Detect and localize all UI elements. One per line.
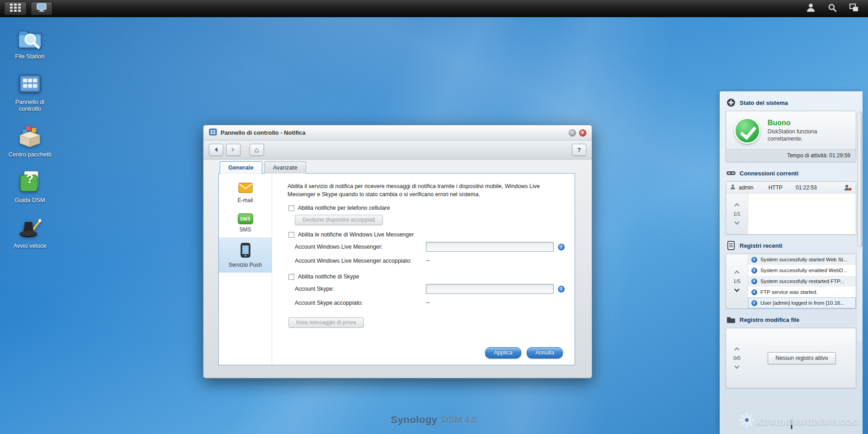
dsm-help-icon: ?	[17, 169, 42, 194]
page-indicator: 1/1	[733, 211, 741, 217]
wlm-notify-row: Abilita le notifiche di Windows Live Mes…	[288, 231, 565, 238]
control-panel-icon	[17, 71, 42, 96]
system-status-header: Stato del sistema	[726, 98, 855, 107]
wlm-account-input[interactable]	[426, 242, 554, 252]
desktop-icon-label: Avvio veloce	[14, 243, 47, 250]
sidebar-item-push-service[interactable]: Servizio Push	[219, 237, 272, 273]
home-button[interactable]: ⌂	[250, 144, 264, 156]
status-text: Buono	[768, 119, 835, 127]
tab-content: E-mail SMS SMS Servizio Push Abilita	[218, 173, 575, 365]
info-icon[interactable]: i	[558, 286, 565, 292]
wlm-notify-label: Abilita le notifiche di Windows Live Mes…	[298, 231, 414, 238]
log-text: System successfully enabled WebD...	[760, 268, 847, 273]
page-down-icon[interactable]	[734, 363, 739, 368]
widget-title: Registro modifica file	[740, 316, 799, 323]
forward-button[interactable]	[226, 144, 241, 156]
connections-box: admin HTTP 01:22:53 1/1	[726, 181, 856, 235]
page-down-icon[interactable]	[734, 219, 739, 224]
file-station-icon	[17, 25, 42, 51]
log-text: FTP service was started.	[760, 289, 817, 295]
sidebar-item-sms[interactable]: SMS SMS	[219, 208, 272, 237]
connection-row[interactable]: admin HTTP 01:22:53	[726, 182, 856, 193]
show-desktop-button[interactable]	[31, 2, 52, 15]
info-icon[interactable]: i	[558, 244, 565, 250]
send-test-message-button[interactable]: Invia messaggio di prova	[288, 317, 364, 328]
system-status-body: Buono DiskStation funziona correttamente…	[726, 111, 856, 149]
desktop-icon-control-panel[interactable]: Pannello di controllo	[6, 71, 53, 113]
smartphone-icon	[241, 243, 250, 259]
help-question-glyph: ?	[17, 172, 42, 186]
desktop-icon-file-station[interactable]: File Station	[6, 25, 53, 60]
skype-account-row: Account Skype: i	[295, 284, 565, 294]
desktop-icon-label: Guida DSM	[14, 197, 45, 204]
connection-user: admin	[739, 184, 754, 191]
recent-logs-header: Registri recenti	[726, 241, 855, 250]
minimize-button[interactable]: –	[569, 129, 576, 137]
search-button[interactable]	[826, 2, 839, 15]
page-up-icon[interactable]	[734, 347, 739, 352]
disconnect-user-icon[interactable]	[844, 184, 852, 191]
chain-link-icon	[726, 169, 736, 178]
mobile-notify-checkbox[interactable]	[288, 205, 294, 211]
skype-notify-label: Abilita notifiche di Skype	[298, 274, 359, 280]
home-icon: ⌂	[255, 146, 259, 155]
taskbar-right-tray	[804, 2, 868, 15]
connections-header: Connessioni correnti	[726, 169, 855, 178]
file-change-log-box: 0/0 Nessun registro attivo	[726, 328, 856, 388]
sidebar-item-label: E-mail	[237, 197, 253, 203]
dialog-buttons: Applica Annulla	[485, 347, 563, 359]
recent-logs-box: 1/5 i System successfully started Web St…	[726, 254, 856, 309]
log-row[interactable]: i System successfully restarted FTP...	[748, 276, 856, 287]
stacked-windows-icon	[849, 4, 859, 14]
apply-button[interactable]: Applica	[485, 347, 521, 359]
close-button[interactable]: ×	[579, 129, 586, 137]
log-row[interactable]: i System successfully enabled WebD...	[748, 265, 856, 276]
desktop-icon-quick-start[interactable]: Avvio veloce	[6, 215, 53, 250]
pilot-view-button[interactable]	[847, 2, 861, 15]
back-arrow-icon	[213, 146, 219, 154]
page-indicator: 0/0	[733, 355, 741, 361]
page-up-icon[interactable]	[734, 270, 739, 275]
back-button[interactable]	[209, 144, 223, 156]
log-list: i System successfully started Web St... …	[748, 254, 856, 308]
skype-account-input[interactable]	[426, 284, 554, 294]
desktop-icon-package-center[interactable]: Centro pacchetti	[6, 123, 53, 158]
user-mini-icon	[730, 184, 736, 191]
desktop-icon-label: Pannello di controllo	[6, 99, 53, 113]
system-status-box: Buono DiskStation funziona correttamente…	[726, 111, 856, 162]
connection-time: 01:22:53	[796, 184, 817, 191]
manage-paired-devices-button[interactable]: Gestione dispositivi accoppiati	[295, 215, 383, 225]
log-row[interactable]: i System successfully started Web St...	[748, 254, 856, 265]
wlm-account-row: Account Windows Live Messenger: i	[295, 242, 565, 252]
sms-glyph: SMS	[240, 217, 250, 222]
file-log-pager: 0/0	[726, 348, 748, 368]
window-title: Pannello di controllo - Notifica	[221, 129, 306, 136]
page-up-icon[interactable]	[734, 203, 739, 208]
synology-logo-text: Synology	[391, 414, 438, 425]
status-ok-icon	[734, 118, 760, 144]
panel-scrollbar[interactable]	[858, 112, 862, 342]
sidebar-item-email[interactable]: E-mail	[219, 177, 272, 208]
window-titlebar[interactable]: Pannello di controllo - Notifica – ×	[203, 125, 592, 141]
help-button[interactable]: ?	[572, 144, 586, 156]
scrollbar-thumb[interactable]	[858, 112, 862, 247]
main-menu-grid-icon	[10, 4, 21, 14]
tab-generale[interactable]: Generale	[220, 161, 262, 174]
desktop-icon-dsm-help[interactable]: ? Guida DSM	[6, 169, 53, 204]
tab-avanzate[interactable]: Avanzate	[264, 161, 306, 174]
info-glyph: i	[754, 279, 755, 283]
skype-notify-checkbox[interactable]	[288, 274, 294, 280]
skype-paired-value: --	[426, 298, 429, 306]
user-account-button[interactable]	[804, 2, 817, 15]
notification-category-sidebar: E-mail SMS SMS Servizio Push	[219, 174, 272, 365]
monitor-icon	[37, 3, 47, 14]
info-icon: i	[751, 278, 757, 284]
page-down-icon[interactable]	[734, 287, 739, 292]
wlm-notify-checkbox[interactable]	[288, 232, 294, 238]
log-row[interactable]: i FTP service was started.	[748, 287, 856, 297]
cancel-button[interactable]: Annulla	[527, 347, 563, 359]
main-menu-button[interactable]	[4, 2, 27, 15]
log-row[interactable]: i User [admin] logged in from [10.16...	[748, 297, 856, 308]
sidebar-item-label: Servizio Push	[229, 262, 262, 268]
connections-list-area	[748, 193, 856, 234]
